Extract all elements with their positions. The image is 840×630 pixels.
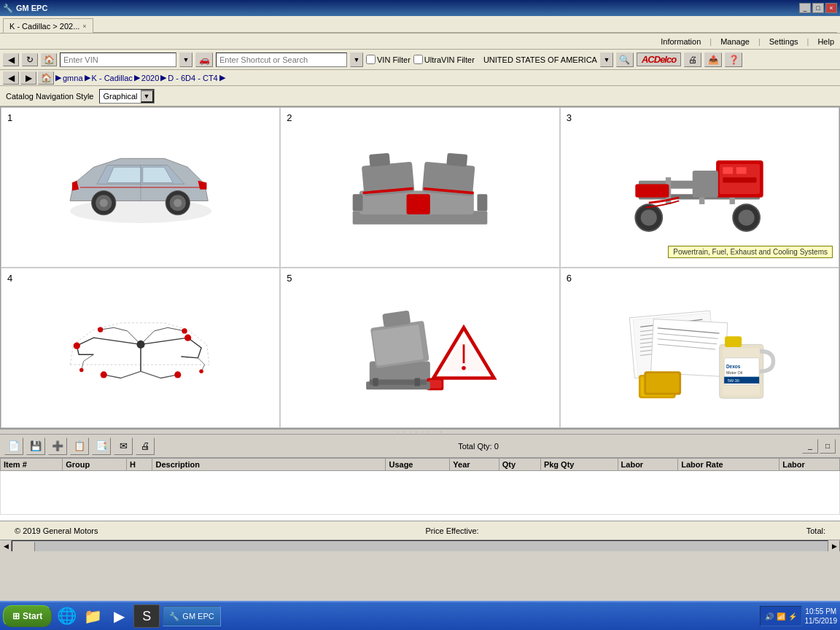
start-button[interactable]: ⊞ Start [3, 605, 52, 627]
svg-rect-16 [407, 194, 430, 214]
svg-rect-68 [651, 319, 728, 376]
cart-minimize-button[interactable]: _ [802, 439, 818, 454]
col-pkgqty: Pkg Qty [540, 459, 618, 471]
clock-date: 11/5/2019 [805, 616, 838, 626]
car-exterior-svg [53, 129, 228, 246]
taskbar-app4-button[interactable]: S [133, 604, 160, 628]
col-group: Group [63, 459, 127, 471]
breadcrumb-back-button[interactable]: ◀ [3, 71, 19, 85]
cell-number-6: 6 [567, 273, 572, 284]
scroll-track[interactable] [12, 540, 828, 552]
catalog-cell-5[interactable]: 5 [280, 268, 559, 428]
home-button[interactable]: 🏠 [41, 53, 57, 66]
svg-point-41 [136, 341, 144, 349]
svg-rect-29 [693, 171, 718, 198]
taskbar-gmepc-item[interactable]: 🔧 GM EPC [163, 606, 220, 626]
vin-scan-button[interactable]: 🚗 [195, 52, 213, 67]
tab-close-button[interactable]: × [82, 23, 86, 30]
export-icon-button[interactable]: 📤 [704, 52, 722, 67]
svg-point-39 [98, 327, 103, 332]
svg-rect-18 [477, 194, 487, 211]
taskbar-media-button[interactable]: ▶ [107, 604, 131, 628]
catalog-cell-1[interactable]: 1 [1, 107, 280, 268]
titlebar-controls[interactable]: _ □ × [799, 3, 837, 13]
parts-table: Item # Group H Description Usage Year Qt… [0, 458, 840, 515]
vin-filter-checkbox-label[interactable]: VIN Filter [366, 55, 411, 64]
scroll-right-button[interactable]: ▶ [828, 540, 840, 552]
parts-panel: 📄 💾 ➕ 📋 📑 ✉ 🖨 Total Qty: 0 _ □ Item # [0, 435, 840, 551]
vin-filter-checkbox[interactable] [366, 55, 376, 64]
taskbar-ie-button[interactable]: 🌐 [55, 604, 78, 628]
parts-table-wrapper[interactable]: Item # Group H Description Usage Year Qt… [0, 458, 840, 521]
svg-point-38 [174, 371, 181, 378]
horizontal-scrollbar[interactable]: ◀ ▶ [0, 540, 840, 551]
scroll-thumb[interactable] [13, 542, 35, 552]
vin-input[interactable] [60, 52, 176, 67]
svg-rect-57 [415, 378, 420, 386]
svg-point-37 [100, 371, 106, 378]
ultravin-filter-checkbox[interactable] [413, 55, 423, 64]
catalog-cell-2[interactable]: 2 [280, 107, 559, 268]
menu-manage[interactable]: Manage [720, 37, 750, 46]
help-icon-button[interactable]: ❓ [725, 52, 742, 67]
breadcrumb: ◀ ▶ 🏠 ▶ gmna ▶ K - Cadillac ▶ 2020 ▶ D -… [0, 70, 840, 86]
breadcrumb-gmna[interactable]: gmna [63, 74, 83, 82]
breadcrumb-home-button[interactable]: 🏠 [38, 71, 54, 85]
copy-button[interactable]: 📑 [92, 438, 111, 455]
email-button[interactable]: ✉ [114, 438, 133, 455]
svg-rect-13 [446, 153, 467, 167]
printer-icon-button[interactable]: 🖨 [684, 52, 701, 67]
add-button[interactable]: ➕ [48, 438, 67, 455]
main-tab[interactable]: K - Cadillac > 202... × [3, 18, 93, 33]
maximize-button[interactable]: □ [812, 3, 824, 13]
panel-resizer[interactable]: · · · · · · · · [0, 429, 840, 435]
navstyle-dropdown[interactable]: Graphical ▼ [99, 89, 154, 104]
breadcrumb-forward-button[interactable]: ▶ [20, 71, 36, 85]
svg-rect-17 [353, 194, 363, 211]
cart-toolbar: 📄 💾 ➕ 📋 📑 ✉ 🖨 Total Qty: 0 _ □ [0, 435, 840, 458]
breadcrumb-k-cadillac[interactable]: K - Cadillac [92, 74, 133, 82]
cart-toolbar-buttons: 📄 💾 ➕ 📋 📑 ✉ 🖨 [4, 438, 155, 455]
svg-point-3 [99, 199, 107, 207]
vin-dropdown-button[interactable]: ▼ [179, 52, 192, 67]
breadcrumb-2020[interactable]: 2020 [141, 74, 159, 82]
catalog-cell-6[interactable]: 6 [560, 268, 839, 428]
svg-rect-30 [636, 184, 669, 197]
scroll-left-button[interactable]: ◀ [0, 540, 12, 552]
svg-rect-79 [725, 336, 742, 347]
cart-window-controls: _ □ [802, 439, 836, 454]
search-dropdown-button[interactable]: ▼ [350, 52, 363, 67]
titlebar-title: 🔧 GM EPC [3, 4, 47, 13]
svg-rect-76 [646, 373, 679, 393]
navstyle-selected: Graphical [100, 92, 140, 101]
menu-settings[interactable]: Settings [769, 37, 798, 46]
new-cart-button[interactable]: 📄 [4, 438, 23, 455]
menu-information[interactable]: Information [661, 37, 701, 46]
tab-label: K - Cadillac > 202... [9, 22, 79, 31]
empty-row [1, 471, 840, 515]
menu-help[interactable]: Help [817, 37, 834, 46]
col-item: Item # [1, 459, 63, 471]
svg-rect-26 [723, 167, 734, 174]
system-tray: 🔊 📶 ⚡ [760, 606, 802, 626]
navstyle-dropdown-button[interactable]: ▼ [141, 90, 154, 103]
catalog-cell-3[interactable]: 3 [560, 107, 839, 268]
pdf-button[interactable]: 📋 [70, 438, 89, 455]
minimize-button[interactable]: _ [799, 3, 811, 13]
save-cart-button[interactable]: 💾 [26, 438, 45, 455]
print-button[interactable]: 🖨 [136, 438, 155, 455]
svg-text:Motor Oil: Motor Oil [726, 370, 742, 375]
breadcrumb-d6d4ct4[interactable]: D - 6D4 - CT4 [168, 74, 217, 82]
ultravin-filter-checkbox-label[interactable]: UltraVIN Filter [413, 55, 475, 64]
search-icon-button[interactable]: 🔍 [616, 52, 634, 67]
catalog-cell-4[interactable]: 4 [1, 268, 280, 428]
svg-point-0 [70, 199, 211, 223]
search-input[interactable] [216, 52, 347, 67]
refresh-button[interactable]: ↻ [22, 53, 38, 66]
country-dropdown-button[interactable]: ▼ [600, 52, 613, 67]
windows-icon: ⊞ [12, 611, 20, 621]
taskbar-folder-button[interactable]: 📁 [81, 604, 104, 628]
close-button[interactable]: × [825, 3, 837, 13]
cart-maximize-button[interactable]: □ [820, 439, 836, 454]
back-button[interactable]: ◀ [3, 53, 19, 66]
